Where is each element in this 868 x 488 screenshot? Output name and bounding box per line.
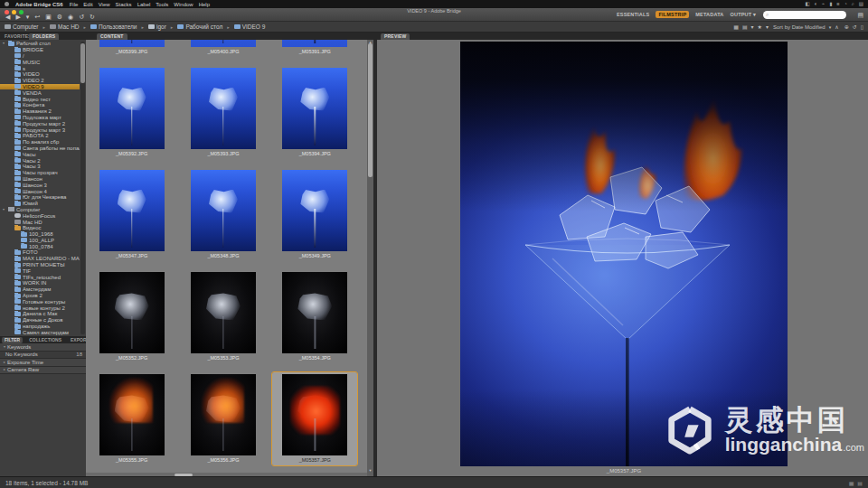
tree-item[interactable]: ▾Computer (0, 207, 80, 213)
thumbnail-cell[interactable]: _M05349.JPG (272, 168, 357, 261)
menu-label[interactable]: Label (137, 2, 151, 7)
tree-item[interactable]: VIDEO 2 (0, 78, 80, 84)
clock-icon[interactable]: ◔ (844, 1, 846, 7)
breadcrumb-item[interactable]: Рабочий стол (177, 23, 222, 30)
tree-item[interactable]: Часы прозрач (0, 170, 80, 176)
tree-item[interactable]: Часы 3 (0, 164, 80, 170)
battery-icon[interactable]: ▮ (829, 1, 832, 7)
thumbnail-image[interactable] (282, 170, 347, 251)
thumbnail-cell[interactable]: _M05394.JPG (272, 66, 357, 159)
tab-folders[interactable]: FOLDERS (29, 33, 59, 40)
sidebar-scrollbar[interactable] (80, 42, 85, 334)
tree-item[interactable]: Санта работы не попала (0, 145, 80, 152)
tree-item[interactable]: PRINT МОНЕТЫ (0, 262, 80, 268)
thumbnail-cell[interactable]: _M05353.JPG (181, 270, 266, 363)
sync-icon[interactable]: ◐ (814, 1, 816, 7)
tree-item[interactable]: Часы 2 (0, 157, 80, 164)
tree-item[interactable]: 100_ALLP (0, 238, 80, 244)
back-icon[interactable]: ◀ (5, 14, 10, 20)
filter-row[interactable]: ▸Exposure Time (0, 359, 86, 367)
thumbnail-cell[interactable]: _M05391.JPG (272, 40, 357, 57)
tree-item[interactable]: Видео тест (0, 96, 80, 102)
scrollbar-thumb[interactable] (368, 43, 373, 177)
tree-item[interactable]: VIDEO (0, 71, 80, 78)
filter-star-icon[interactable]: ★ (758, 23, 762, 30)
workspace-tab-filmstrip[interactable]: FILMSTRIP (656, 11, 689, 18)
thumbnail-cell[interactable]: _M05355.JPG (90, 372, 175, 465)
nav-dropdown-icon[interactable]: ▾ (26, 14, 30, 20)
apple-menu-icon[interactable] (5, 2, 9, 6)
thumbnail-cell[interactable]: _M05356.JPG (181, 372, 266, 465)
tree-item[interactable]: s (0, 65, 80, 71)
breadcrumb-item[interactable]: Mac HD (50, 23, 79, 30)
thumbnail-image[interactable] (282, 272, 347, 353)
tree-item[interactable]: Шансон (0, 176, 80, 183)
sort-label[interactable]: Sort by Date Modified (773, 24, 826, 30)
menu-view[interactable]: View (99, 2, 110, 7)
tree-item[interactable]: MAX LEONARDO - MAD - 2017 (0, 256, 80, 262)
thumbnail-image[interactable] (99, 40, 165, 47)
thumbnail-image[interactable] (282, 68, 347, 149)
thumbnail-cell[interactable]: _M05354.JPG (272, 270, 357, 363)
filter-row[interactable]: ▸Camera Raw (0, 367, 86, 375)
tree-item[interactable]: HeliconFocus (0, 212, 80, 219)
tree-item[interactable]: 100_0784 (0, 243, 80, 249)
panel-toggle-icon[interactable]: ▤ (857, 12, 863, 19)
tree-item[interactable]: Mac HD (0, 219, 80, 225)
tree-item[interactable]: Шансон 4 (0, 188, 80, 194)
thumbnail-image[interactable] (191, 374, 256, 455)
thumbnail-cell[interactable]: _M05357.JPG (272, 372, 357, 465)
tree-item[interactable]: / (0, 53, 80, 60)
menu-list-icon[interactable]: ≡ (836, 1, 839, 7)
thumbnail-image[interactable] (191, 68, 256, 149)
filter-caret-icon[interactable]: ▾ (766, 23, 769, 30)
workspace-tab-essentials[interactable]: ESSENTIALS (617, 12, 650, 17)
tree-item[interactable]: Архив 2 (0, 293, 80, 299)
filter-row[interactable]: No Keywords18 (0, 352, 86, 360)
thumbnail-image[interactable] (191, 272, 256, 353)
tree-item[interactable]: Шансон 3 (0, 182, 80, 188)
breadcrumb-item[interactable]: VIDEO 9 (234, 23, 266, 30)
menu-file[interactable]: File (70, 2, 79, 7)
tree-item[interactable]: Часы (0, 151, 80, 157)
tree-item[interactable]: По анализ сбр (0, 139, 80, 145)
spotlight-icon[interactable]: ⌕ (852, 1, 854, 7)
tree-item[interactable]: 100_1968 (0, 231, 80, 238)
detail-view-icon[interactable]: ▤ (857, 480, 863, 486)
tab-content[interactable]: CONTENT (97, 33, 127, 40)
tree-item[interactable]: Конфета (0, 102, 80, 108)
tree-item[interactable]: Данила с Мак (0, 311, 80, 317)
thumbnail-image[interactable] (282, 374, 347, 455)
tree-item[interactable]: FOTO (0, 249, 80, 256)
thumbnail-cell[interactable]: _M05347.JPG (90, 168, 175, 261)
boomerang-icon[interactable]: ↩ (34, 14, 40, 20)
preview-image[interactable] (460, 42, 788, 466)
thumbnail-view-icon[interactable]: ▦ (733, 23, 739, 30)
thumbnail-image[interactable] (99, 272, 165, 353)
display-icon[interactable]: ◧ (805, 1, 809, 7)
notification-icon[interactable]: ▤ (859, 1, 863, 7)
menu-window[interactable]: Window (174, 2, 193, 7)
disclosure-icon[interactable]: ▾ (3, 42, 6, 45)
tree-item[interactable]: ▾Рабочий стол (0, 41, 80, 47)
breadcrumb-item[interactable]: Пользователи (90, 23, 137, 30)
list-view-icon[interactable]: ▤ (742, 23, 748, 30)
sort-caret-icon[interactable]: ▾ (829, 24, 832, 30)
sort-ascending-icon[interactable]: ∧ (835, 23, 838, 30)
tree-item[interactable]: Самял амстердам (0, 329, 80, 335)
tree-item[interactable]: MUSIC (0, 59, 80, 65)
thumbnail-image[interactable] (99, 170, 165, 251)
tree-item[interactable]: Видеос (0, 225, 80, 231)
menu-help[interactable]: Help (199, 2, 210, 7)
tree-item[interactable]: Готовые контуры (0, 298, 80, 305)
search-input[interactable]: ⌕ (763, 11, 846, 19)
grid-view-icon[interactable]: ▦ (849, 480, 854, 486)
thumbnail-cell[interactable]: _M05400.JPG (181, 40, 266, 57)
tree-item[interactable]: VIDEO 9 (0, 84, 80, 90)
tree-item[interactable]: TIFs_retouched (0, 274, 80, 280)
tree-item[interactable]: Юмий (0, 201, 80, 207)
tree-item[interactable]: Продукты март 3 (0, 127, 80, 133)
tab-preview[interactable]: PREVIEW (381, 33, 410, 40)
content-scrollbar[interactable]: ▲ ▼ (367, 40, 373, 476)
tree-item[interactable]: Юг для Чекарева (0, 194, 80, 201)
